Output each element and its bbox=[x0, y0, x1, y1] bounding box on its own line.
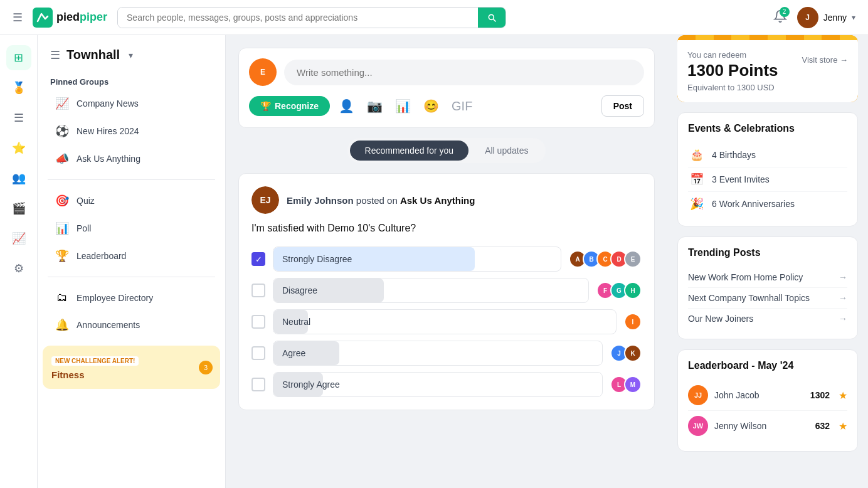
event-invites-label: 3 Event Invites bbox=[712, 174, 770, 184]
sidebar-divider-2 bbox=[48, 277, 215, 277]
sidebar-icon-list[interactable]: ☰ bbox=[6, 105, 31, 130]
calendar-icon: 📅 bbox=[688, 172, 706, 186]
poll-checkbox-neutral[interactable] bbox=[251, 315, 265, 329]
main-layout: ⊞ 🏅 ☰ ⭐ 👥 🎬 📈 ⚙ ☰ Townhall ▾ Pinned Grou… bbox=[0, 35, 868, 488]
notification-bell[interactable]: 2 bbox=[773, 9, 787, 26]
recognize-button[interactable]: 🏆 Recognize bbox=[249, 96, 330, 116]
sidebar-item-new-hires[interactable]: ⚽ New Hires 2024 bbox=[43, 118, 220, 144]
points-redeem-label: You can redeem bbox=[687, 50, 778, 60]
poll-label-disagree: Disagree bbox=[282, 285, 317, 295]
leaderboard-row-john[interactable]: JJ John Jacob 1302 ★ bbox=[688, 380, 847, 411]
trending-townhall-label: Next Company Townhall Topics bbox=[688, 293, 810, 303]
birthday-icon: 🎂 bbox=[688, 148, 706, 162]
username: Jenny bbox=[823, 13, 847, 23]
post-button[interactable]: Post bbox=[601, 95, 644, 117]
trending-joiners[interactable]: Our New Joiners → bbox=[688, 309, 847, 329]
anniversary-icon: 🎉 bbox=[688, 197, 706, 211]
camera-icon[interactable]: 📷 bbox=[363, 95, 386, 117]
post-card: EJ Emily Johnson posted on Ask Us Anythi… bbox=[238, 173, 655, 410]
poll-label-neutral: Neutral bbox=[282, 317, 310, 327]
poll-checkbox-strongly-agree[interactable] bbox=[251, 378, 265, 391]
composer-avatar: E bbox=[249, 58, 277, 86]
event-invites-item[interactable]: 📅 3 Event Invites bbox=[688, 167, 847, 192]
stripe-seg bbox=[677, 35, 696, 40]
fitness-challenge-banner[interactable]: NEW CHALLENGE ALERT! Fitness 3 bbox=[43, 346, 220, 389]
feed-tab-group: Recommended for you All updates bbox=[347, 138, 546, 163]
logo[interactable]: piedpiper bbox=[33, 8, 107, 28]
pinned-groups-label: Pinned Groups bbox=[38, 72, 225, 89]
work-anniversaries-label: 6 Work Anniversaries bbox=[712, 199, 795, 209]
nav-right: 2 J Jenny ▾ bbox=[773, 7, 855, 28]
sidebar-item-leaderboard[interactable]: 🏆 Leaderboard bbox=[43, 243, 220, 269]
company-news-icon: 📈 bbox=[55, 97, 69, 110]
poll-checkbox-strongly-disagree[interactable] bbox=[251, 252, 265, 266]
poll-checkbox-agree[interactable] bbox=[251, 346, 265, 360]
sidebar-icon-people[interactable]: 👥 bbox=[6, 166, 31, 191]
post-group: Ask Us Anything bbox=[400, 195, 475, 206]
poll-label-strongly-disagree: Strongly Disagree bbox=[282, 254, 352, 264]
search-icon bbox=[487, 13, 497, 23]
user-menu[interactable]: J Jenny ▾ bbox=[797, 7, 855, 28]
avatar-image: J bbox=[797, 7, 818, 28]
poll-option-strongly-disagree[interactable]: Strongly Disagree A B C D E bbox=[251, 247, 642, 272]
feed: E 🏆 Recognize 👤 📷 📊 😊 GIF Post Recommen bbox=[226, 35, 667, 488]
work-anniversaries-item[interactable]: 🎉 6 Work Anniversaries bbox=[688, 192, 847, 216]
hamburger-icon[interactable]: ☰ bbox=[13, 11, 23, 24]
sidebar-item-ask-us-anything[interactable]: 📣 Ask Us Anything bbox=[43, 146, 220, 172]
poll-option-disagree[interactable]: Disagree F G H bbox=[251, 278, 642, 303]
sidebar-icon-star[interactable]: ⭐ bbox=[6, 135, 31, 161]
trending-wfh[interactable]: New Work From Home Policy → bbox=[688, 267, 847, 288]
visit-store-button[interactable]: Visit store → bbox=[802, 55, 848, 65]
sidebar-item-quiz[interactable]: 🎯 Quiz bbox=[43, 188, 220, 214]
post-question: I'm satisfied with Demo 10's Culture? bbox=[251, 223, 642, 234]
leaderboard-row-jenny[interactable]: JW Jenny Wilson 632 ★ bbox=[688, 411, 847, 441]
compose-input[interactable] bbox=[284, 60, 644, 85]
tab-recommended[interactable]: Recommended for you bbox=[350, 141, 469, 161]
trending-joiners-label: Our New Joiners bbox=[688, 314, 753, 324]
post-meta: Emily Johnson posted on Ask Us Anything bbox=[287, 195, 475, 206]
sidebar-item-employee-directory[interactable]: 🗂 Employee Directory bbox=[43, 285, 220, 310]
sidebar-item-poll[interactable]: 📊 Poll bbox=[43, 215, 220, 241]
star-icon: ★ bbox=[839, 420, 847, 432]
stripe-seg bbox=[714, 35, 732, 40]
sidebar-icon-grid[interactable]: ⊞ bbox=[6, 45, 31, 70]
sidebar-icon-video[interactable]: 🎬 bbox=[6, 196, 31, 221]
search-button[interactable] bbox=[478, 8, 505, 28]
right-sidebar: You can redeem 1300 Points Visit store →… bbox=[667, 35, 868, 488]
gif-icon[interactable]: GIF bbox=[448, 95, 476, 117]
points-content: You can redeem 1300 Points Visit store →… bbox=[677, 40, 858, 102]
leaderboard-name-john: John Jacob bbox=[714, 390, 804, 400]
stripe-seg bbox=[804, 35, 822, 40]
sidebar-item-company-news[interactable]: 📈 Company News bbox=[43, 90, 220, 117]
chart-icon[interactable]: 📊 bbox=[391, 95, 415, 117]
sidebar-icon-settings[interactable]: ⚙ bbox=[6, 256, 31, 281]
poll-option-strongly-agree[interactable]: Strongly Agree L M bbox=[251, 372, 642, 397]
leaderboard-points-john: 1302 bbox=[810, 390, 830, 400]
icon-sidebar: ⊞ 🏅 ☰ ⭐ 👥 🎬 📈 ⚙ bbox=[0, 35, 38, 488]
left-sidebar: ☰ Townhall ▾ Pinned Groups 📈 Company New… bbox=[38, 35, 226, 488]
trending-townhall[interactable]: Next Company Townhall Topics → bbox=[688, 288, 847, 309]
poll-voters-strongly-agree: L M bbox=[610, 376, 642, 393]
poll-option-neutral[interactable]: Neutral I bbox=[251, 309, 642, 334]
sidebar-item-announcements[interactable]: 🔔 Announcements bbox=[43, 312, 220, 338]
birthdays-item[interactable]: 🎂 4 Birthdays bbox=[688, 143, 847, 167]
leaderboard-icon: 🏆 bbox=[55, 249, 69, 263]
sidebar-icon-chart[interactable]: 📈 bbox=[6, 226, 31, 251]
poll-checkbox-disagree[interactable] bbox=[251, 284, 265, 297]
stripe-seg bbox=[786, 35, 804, 40]
challenge-count: 3 bbox=[199, 361, 213, 374]
challenge-badge: NEW CHALLENGE ALERT! bbox=[51, 356, 139, 366]
sidebar-icon-award[interactable]: 🏅 bbox=[6, 75, 31, 100]
leaderboard-name-jenny: Jenny Wilson bbox=[714, 421, 809, 431]
sidebar-dropdown-icon[interactable]: ▾ bbox=[129, 50, 133, 60]
search-input[interactable] bbox=[118, 8, 478, 28]
mention-icon[interactable]: 👤 bbox=[335, 95, 358, 117]
post-composer: E 🏆 Recognize 👤 📷 📊 😊 GIF Post bbox=[238, 48, 655, 128]
search-bar[interactable] bbox=[117, 7, 506, 28]
poll-option-agree[interactable]: Agree J K bbox=[251, 341, 642, 366]
emoji-icon[interactable]: 😊 bbox=[420, 95, 443, 117]
poll-bar-strongly-agree: Strongly Agree bbox=[273, 372, 603, 397]
sidebar-menu-icon[interactable]: ☰ bbox=[50, 48, 60, 62]
tab-all-updates[interactable]: All updates bbox=[470, 141, 543, 161]
stripe-seg bbox=[749, 35, 768, 40]
